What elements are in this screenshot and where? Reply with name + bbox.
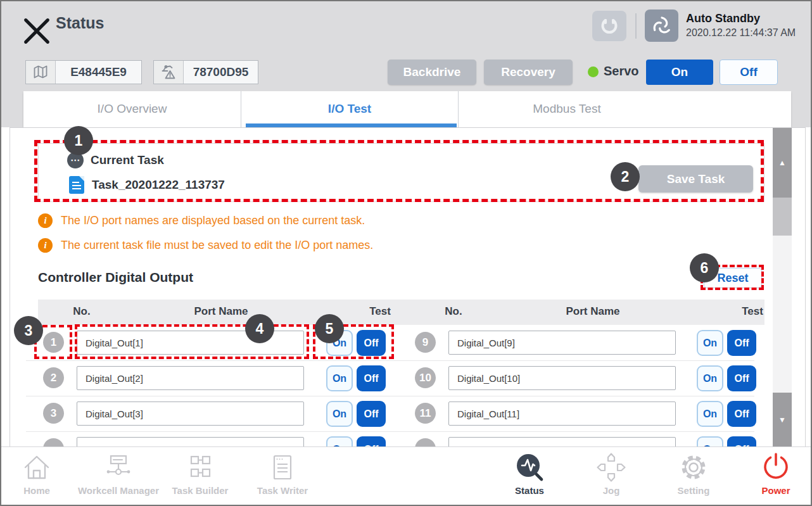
test-off-button[interactable]: Off — [727, 401, 756, 427]
row-number-badge: 9 — [415, 332, 436, 353]
robot-map-icon — [26, 61, 56, 84]
scroll-down-icon: ▼ — [778, 415, 786, 424]
controller-id-field[interactable]: 78700D95 — [153, 60, 258, 84]
nav-power[interactable]: Power — [728, 451, 812, 504]
annotation-callout-3: 3 — [14, 316, 43, 345]
info-icon: i — [38, 238, 53, 253]
row-number-badge — [415, 438, 436, 446]
info-icon: i — [38, 213, 53, 228]
row-number-badge — [43, 438, 64, 446]
tab-bar: I/O Overview I/O Test Modbus Test — [23, 91, 791, 127]
annotation-box-current-task — [34, 140, 764, 202]
row-number-badge: 11 — [415, 403, 436, 424]
table-header: No. Port Name Test No. Port Name Test — [38, 300, 764, 325]
home-icon — [20, 451, 53, 484]
close-button[interactable] — [20, 15, 43, 37]
annotation-callout-2: 2 — [611, 162, 640, 191]
notice-row: i The current task file must be saved to… — [38, 238, 373, 253]
servo-on-button[interactable]: On — [646, 60, 713, 85]
test-off-button[interactable]: Off — [727, 330, 756, 356]
tab-io-overview[interactable]: I/O Overview — [23, 91, 241, 127]
workcell-manager-icon — [102, 451, 135, 484]
test-off-button[interactable]: Off — [727, 436, 756, 446]
jog-icon — [595, 451, 628, 484]
page-title: Status — [56, 14, 104, 32]
col-portname-right: Port Name — [566, 305, 619, 318]
port-name-input[interactable] — [448, 437, 676, 446]
nav-jog[interactable]: Jog — [564, 451, 659, 504]
status-icon — [513, 451, 546, 484]
row-number-badge: 3 — [43, 403, 64, 424]
scrollbar-thumb[interactable] — [773, 198, 792, 236]
port-name-input[interactable]: Digital_Out[11] — [448, 402, 676, 426]
port-name-input[interactable]: Digital_Out[3] — [77, 402, 304, 426]
test-on-button[interactable]: On — [697, 436, 723, 446]
port-name-input[interactable]: Digital_Out[9] — [448, 331, 676, 355]
scrollbar-track[interactable] — [773, 236, 792, 393]
test-off-button[interactable]: Off — [357, 401, 386, 427]
bottom-navigation: Home Workcell Manager Task Builder — [1, 446, 811, 505]
nav-setting[interactable]: Setting — [646, 451, 741, 504]
col-no-left: No. — [73, 305, 90, 318]
port-name-input[interactable] — [77, 437, 304, 446]
auto-standby-button[interactable] — [645, 9, 678, 42]
controller-id-value: 78700D95 — [184, 61, 258, 84]
notice-text: The current task file must be saved to e… — [61, 239, 373, 252]
status-screen: Status Auto Standby 2020.12.22 11:44:37 … — [0, 0, 812, 506]
robot-mode-label: Auto Standby — [686, 12, 760, 25]
setting-icon — [677, 451, 710, 484]
row-number-badge: 2 — [43, 367, 64, 388]
test-off-button[interactable]: Off — [357, 436, 386, 446]
close-icon — [20, 15, 53, 47]
row-separator — [26, 360, 754, 361]
port-name-input[interactable]: Digital_Out[10] — [448, 366, 676, 390]
backdrive-button[interactable]: Backdrive — [388, 60, 476, 85]
power-icon — [759, 451, 792, 484]
recovery-button[interactable]: Recovery — [484, 60, 573, 85]
header-divider — [635, 13, 637, 39]
annotation-callout-4: 4 — [245, 314, 274, 343]
scroll-up-button[interactable]: ▲ — [773, 128, 792, 198]
scroll-down-button[interactable]: ▼ — [773, 393, 792, 446]
annotation-callout-5: 5 — [315, 314, 344, 343]
col-test-right: Test — [742, 305, 763, 318]
scrollbar[interactable]: ▲ ▼ — [773, 128, 792, 446]
nav-task-writer[interactable]: Task Writer — [235, 451, 330, 504]
nav-workcell-manager[interactable]: Workcell Manager — [71, 451, 166, 504]
robot-id-field[interactable]: E48445E9 — [25, 60, 142, 84]
scroll-up-icon: ▲ — [778, 158, 786, 167]
gripper-button[interactable] — [592, 11, 626, 41]
auto-standby-swirl-icon — [650, 15, 673, 37]
test-off-button[interactable]: Off — [357, 365, 386, 391]
servo-off-button[interactable]: Off — [720, 60, 778, 85]
test-on-button[interactable]: On — [326, 401, 353, 427]
task-writer-icon — [266, 451, 299, 484]
nav-status[interactable]: Status — [482, 451, 577, 504]
task-builder-icon — [184, 451, 217, 484]
col-test-left: Test — [369, 305, 391, 318]
servo-label: Servo — [604, 64, 639, 79]
test-on-button[interactable]: On — [326, 436, 353, 446]
section-title: Controller Digital Output — [38, 270, 193, 285]
annotation-callout-1: 1 — [64, 126, 93, 155]
test-on-button[interactable]: On — [697, 365, 723, 391]
nav-task-builder[interactable]: Task Builder — [153, 451, 248, 504]
servo-status-indicator — [588, 66, 599, 77]
tab-modbus-test[interactable]: Modbus Test — [458, 91, 675, 127]
annotation-callout-6: 6 — [690, 253, 719, 282]
row-separator — [26, 396, 754, 396]
col-no-right: No. — [445, 305, 462, 318]
robot-id-value: E48445E9 — [56, 61, 141, 84]
row-number-badge: 10 — [415, 367, 436, 388]
test-on-button[interactable]: On — [697, 401, 723, 427]
port-name-input[interactable]: Digital_Out[2] — [77, 366, 304, 390]
notice-text: The I/O port names are displayed based o… — [61, 214, 365, 227]
test-off-button[interactable]: Off — [727, 365, 756, 391]
timestamp: 2020.12.22 11:44:37 AM — [686, 27, 796, 39]
test-on-button[interactable]: On — [326, 365, 353, 391]
row-separator — [26, 431, 754, 432]
robot-arm-warning-icon — [154, 61, 184, 84]
col-portname-left: Port Name — [194, 305, 248, 318]
tab-io-test[interactable]: I/O Test — [241, 91, 458, 127]
test-on-button[interactable]: On — [697, 330, 723, 356]
